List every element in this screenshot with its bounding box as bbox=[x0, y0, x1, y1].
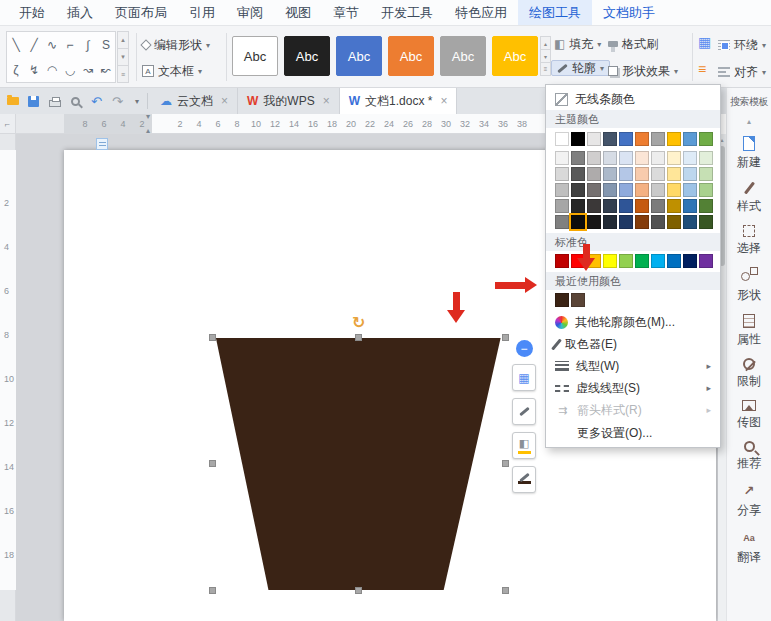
theme-color-swatch[interactable] bbox=[619, 151, 633, 165]
lines-icon-button[interactable]: ≡ bbox=[698, 62, 706, 76]
sidebar-scroll-up-icon[interactable]: ▴ bbox=[747, 117, 751, 126]
resize-handle[interactable] bbox=[502, 587, 509, 594]
theme-color-swatch[interactable] bbox=[699, 183, 713, 197]
standard-color-swatch[interactable] bbox=[619, 254, 633, 268]
theme-color-swatch[interactable] bbox=[555, 199, 569, 213]
tab-stop-selector[interactable]: ⌐ bbox=[0, 114, 16, 134]
theme-color-swatch[interactable] bbox=[667, 183, 681, 197]
theme-color-swatch[interactable] bbox=[587, 167, 601, 181]
theme-color-swatch[interactable] bbox=[555, 183, 569, 197]
close-tab-icon[interactable]: × bbox=[221, 94, 228, 108]
shape-gallery-item-0[interactable]: ╲ bbox=[7, 32, 25, 57]
ribbon-tab-references[interactable]: 引用 bbox=[178, 0, 226, 25]
theme-color-swatch[interactable] bbox=[619, 167, 633, 181]
shape-style-preset-0[interactable]: Abc bbox=[232, 36, 278, 76]
document-tab-document-1[interactable]: W文档1.docx *× bbox=[340, 88, 458, 114]
shape-gallery-item-3[interactable]: ⌐ bbox=[61, 32, 79, 57]
shape-gallery-item-9[interactable]: ◡ bbox=[61, 57, 79, 82]
theme-color-swatch[interactable] bbox=[603, 167, 617, 181]
sidebar-item-share[interactable]: ↗分享 bbox=[737, 482, 761, 519]
print-preview-button[interactable] bbox=[66, 92, 85, 111]
shape-effect-button[interactable]: 形状效果 ▾ bbox=[608, 63, 678, 79]
resize-handle[interactable] bbox=[502, 460, 509, 467]
resize-handle[interactable] bbox=[209, 587, 216, 594]
theme-color-swatch[interactable] bbox=[619, 215, 633, 229]
theme-color-swatch[interactable] bbox=[683, 132, 697, 146]
theme-color-swatch[interactable] bbox=[651, 132, 665, 146]
recent-color-swatch[interactable] bbox=[555, 293, 569, 307]
shape-gallery-item-7[interactable]: ↯ bbox=[25, 57, 43, 82]
theme-color-swatch[interactable] bbox=[667, 215, 681, 229]
theme-color-swatch[interactable] bbox=[651, 215, 665, 229]
recent-color-swatch[interactable] bbox=[571, 293, 585, 307]
grid-icon-button[interactable]: ▦ bbox=[698, 35, 711, 49]
theme-color-swatch[interactable] bbox=[699, 215, 713, 229]
resize-handle[interactable] bbox=[355, 587, 362, 594]
standard-color-swatch[interactable] bbox=[603, 254, 617, 268]
shape-style-preset-3[interactable]: Abc bbox=[388, 36, 434, 76]
theme-color-swatch[interactable] bbox=[571, 215, 585, 229]
preset-more-icon[interactable]: ≡ bbox=[540, 63, 551, 76]
redo-button[interactable]: ↷ bbox=[108, 92, 127, 111]
theme-color-swatch[interactable] bbox=[683, 183, 697, 197]
shape-gallery-item-11[interactable]: ↜ bbox=[97, 57, 115, 82]
theme-color-swatch[interactable] bbox=[587, 132, 601, 146]
print-button[interactable] bbox=[45, 92, 64, 111]
ribbon-tab-section[interactable]: 章节 bbox=[322, 0, 370, 25]
menu-item-more-outline-colors[interactable]: 其他轮廓颜色(M)... bbox=[546, 311, 720, 333]
text-box-button[interactable]: A 文本框 ▾ bbox=[142, 63, 210, 79]
theme-color-swatch[interactable] bbox=[603, 151, 617, 165]
theme-color-swatch[interactable] bbox=[635, 199, 649, 213]
gallery-scroll-down-icon[interactable]: ▾ bbox=[117, 49, 129, 66]
standard-color-swatch[interactable] bbox=[699, 254, 713, 268]
undo-button[interactable]: ↶ bbox=[87, 92, 106, 111]
quick-outline-button[interactable] bbox=[512, 466, 536, 493]
theme-color-swatch[interactable] bbox=[635, 215, 649, 229]
standard-color-swatch[interactable] bbox=[683, 254, 697, 268]
standard-color-swatch[interactable] bbox=[555, 254, 569, 268]
theme-color-swatch[interactable] bbox=[635, 151, 649, 165]
theme-color-swatch[interactable] bbox=[587, 183, 601, 197]
outline-button[interactable]: 轮廓 ▾ bbox=[551, 60, 610, 76]
fill-button[interactable]: ◧ 填充 ▾ bbox=[554, 36, 601, 52]
resize-handle[interactable] bbox=[502, 334, 509, 341]
standard-color-swatch[interactable] bbox=[635, 254, 649, 268]
shape-gallery-item-10[interactable]: ↝ bbox=[79, 57, 97, 82]
sidebar-item-shape[interactable]: 形状 bbox=[737, 267, 761, 304]
theme-color-swatch[interactable] bbox=[635, 183, 649, 197]
theme-color-swatch[interactable] bbox=[651, 199, 665, 213]
theme-color-swatch[interactable] bbox=[699, 167, 713, 181]
trapezoid-shape[interactable] bbox=[213, 338, 505, 590]
sidebar-item-translate[interactable]: Aa翻译 bbox=[737, 529, 761, 566]
theme-color-swatch[interactable] bbox=[683, 215, 697, 229]
ribbon-tab-review[interactable]: 审阅 bbox=[226, 0, 274, 25]
menu-item-dash-style[interactable]: 虚线线型(S)▸ bbox=[546, 377, 720, 399]
edit-shape-button[interactable]: 编辑形状 ▾ bbox=[142, 37, 210, 53]
shape-gallery-item-4[interactable]: ∫ bbox=[79, 32, 97, 57]
quick-layout-button[interactable]: ▦ bbox=[512, 364, 536, 391]
ribbon-tab-view[interactable]: 视图 bbox=[274, 0, 322, 25]
theme-color-swatch[interactable] bbox=[571, 183, 585, 197]
wrap-button[interactable]: 环绕 ▾ bbox=[718, 37, 766, 53]
theme-color-swatch[interactable] bbox=[651, 167, 665, 181]
gallery-scroll-up-icon[interactable]: ▴ bbox=[117, 31, 129, 49]
close-tab-icon[interactable]: × bbox=[323, 94, 330, 108]
open-folder-button[interactable] bbox=[3, 92, 22, 111]
theme-color-swatch[interactable] bbox=[667, 167, 681, 181]
close-tab-icon[interactable]: × bbox=[440, 94, 447, 108]
ribbon-tab-dev-tools[interactable]: 开发工具 bbox=[370, 0, 444, 25]
theme-color-swatch[interactable] bbox=[699, 132, 713, 146]
sidebar-item-upload-image[interactable]: 传图 bbox=[737, 400, 761, 431]
theme-color-swatch[interactable] bbox=[667, 132, 681, 146]
vertical-ruler[interactable]: 24681012141618 bbox=[0, 134, 16, 621]
standard-color-swatch[interactable] bbox=[651, 254, 665, 268]
first-line-indent-marker[interactable]: ▾ bbox=[146, 114, 150, 121]
hanging-indent-marker[interactable]: ▴ bbox=[146, 126, 150, 134]
theme-color-swatch[interactable] bbox=[571, 167, 585, 181]
theme-color-swatch[interactable] bbox=[555, 215, 569, 229]
save-button[interactable] bbox=[24, 92, 43, 111]
theme-color-swatch[interactable] bbox=[667, 151, 681, 165]
shape-style-preset-5[interactable]: Abc bbox=[492, 36, 538, 76]
shape-style-preset-4[interactable]: Abc bbox=[440, 36, 486, 76]
theme-color-swatch[interactable] bbox=[651, 151, 665, 165]
